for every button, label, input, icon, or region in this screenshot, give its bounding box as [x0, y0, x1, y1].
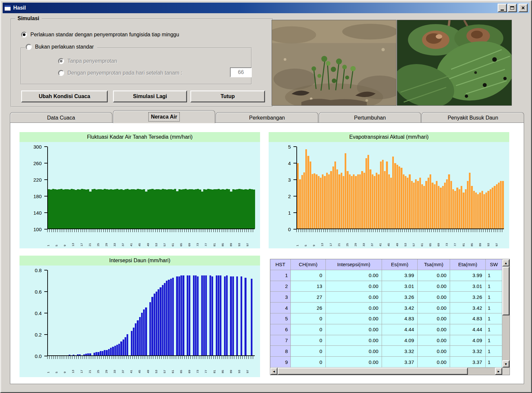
tab-pertumbuhan[interactable]: Pertumbuhan: [319, 112, 421, 123]
y-tick-mark: [293, 179, 296, 180]
minimize-button[interactable]: [498, 4, 507, 12]
table-cell: 3.42: [450, 303, 486, 313]
table-row[interactable]: 2130.003.010.003.011: [270, 281, 502, 292]
radio-nonstandard-circle[interactable]: [26, 44, 32, 50]
x-tick-label: 49: [147, 359, 149, 373]
v-scrollbar[interactable]: ▲ ▼: [502, 259, 510, 368]
y-tick-label: 2: [288, 194, 291, 199]
bar: [201, 275, 203, 355]
x-tick-label: [49, 359, 51, 373]
table-cell: 1: [486, 313, 502, 324]
table-row[interactable]: 3270.003.260.003.261: [270, 292, 502, 303]
x-tick-label: [133, 232, 134, 246]
x-tick-label: [52, 232, 54, 246]
radio-standard[interactable]: Perlakuan standar dengan penyemprotan fu…: [21, 32, 179, 38]
titlebar: Hasil ×: [3, 3, 529, 13]
table-row[interactable]: 700.004.090.004.091: [270, 335, 502, 346]
bar: [471, 186, 473, 229]
bar: [407, 178, 408, 229]
x-tick-label: [365, 232, 367, 246]
close-button[interactable]: ×: [518, 4, 528, 12]
plot-area: [296, 147, 504, 229]
x-tick-label: [207, 232, 209, 246]
ubah-kondisi-cuaca-button[interactable]: Ubah Kondisi Cuaca: [21, 90, 108, 102]
bar: [450, 181, 452, 229]
table-row[interactable]: 800.003.320.003.321: [270, 346, 502, 357]
x-tick-label: [168, 232, 170, 246]
x-tick-label: [242, 232, 244, 246]
table-cell: 3.99: [382, 270, 418, 281]
scroll-left-button[interactable]: ◄: [270, 368, 278, 375]
table-cell: 1: [486, 357, 502, 368]
scroll-down-button[interactable]: ▼: [502, 360, 510, 368]
y-tick-label: 0.8: [35, 268, 42, 273]
x-tick-label: [52, 359, 54, 373]
x-tick-label: [315, 232, 317, 246]
bar: [430, 174, 431, 229]
table-row[interactable]: 4260.003.420.003.421: [270, 303, 502, 313]
x-tick-label: 41: [379, 232, 381, 246]
bar: [357, 174, 359, 229]
bar: [382, 160, 384, 229]
table-row[interactable]: 100.003.990.003.991: [270, 270, 502, 281]
x-tick-label: [502, 232, 504, 246]
bar: [473, 191, 475, 229]
radio-standard-circle[interactable]: [21, 32, 27, 38]
bar: [303, 172, 305, 229]
x-tick-label: [323, 232, 325, 246]
table-cell: 0.00: [326, 313, 382, 324]
bar: [172, 278, 174, 355]
h-scroll-thumb[interactable]: [278, 368, 468, 375]
v-scroll-thumb[interactable]: [502, 267, 510, 315]
table-cell: 27: [291, 292, 326, 303]
radio-nonstandard[interactable]: Bukan perlakuan standar: [25, 44, 97, 50]
x-tick-label: [109, 232, 111, 246]
y-tick-mark: [44, 179, 47, 180]
x-tick-label: [469, 232, 471, 246]
table-cell: 4.09: [450, 335, 486, 346]
scroll-up-button[interactable]: ▲: [502, 259, 510, 267]
tab-neraca-air[interactable]: Neraca Air: [113, 110, 215, 123]
bar: [312, 174, 313, 229]
scroll-right-button[interactable]: ►: [495, 368, 502, 375]
table-row[interactable]: 600.004.440.004.441: [270, 324, 502, 335]
y-tick-mark: [44, 291, 47, 292]
bar: [374, 176, 375, 229]
h-scrollbar[interactable]: ◄ ►: [270, 368, 502, 375]
x-tick-label: [176, 232, 178, 246]
tab-data-cuaca[interactable]: Data Cuaca: [10, 112, 112, 123]
x-tick-label: 73: [197, 359, 199, 373]
table-cell: 0.00: [326, 335, 382, 346]
bar: [170, 279, 172, 355]
x-tick-label: [382, 232, 384, 246]
bar: [326, 173, 328, 229]
bar: [135, 323, 136, 355]
spray-day-input: [230, 67, 252, 77]
tab-perkembangan[interactable]: Perkembangan: [216, 112, 318, 123]
maximize-button[interactable]: [508, 4, 517, 12]
table-row[interactable]: 900.003.370.003.371: [270, 357, 502, 368]
bar: [332, 166, 334, 229]
bar: [209, 275, 211, 355]
x-tick-label: 45: [388, 232, 390, 246]
x-tick-label: 73: [197, 232, 199, 246]
bar: [343, 176, 344, 229]
simulasi-lagi-button[interactable]: Simulasi Lagi: [113, 90, 187, 102]
table-header-cell: Tsa(mm): [418, 259, 450, 270]
tab-penyakit-busuk-daun[interactable]: Penyakit Busuk Daun: [422, 112, 524, 123]
bar: [120, 341, 122, 355]
bar: [193, 275, 195, 355]
bar: [392, 157, 394, 229]
bar: [436, 181, 437, 229]
x-tick-label: [253, 359, 255, 373]
tutup-button[interactable]: Tutup: [190, 90, 265, 102]
bar: [347, 171, 348, 229]
x-tick-label: [49, 232, 51, 246]
x-tick-label: [207, 359, 209, 373]
bar: [492, 188, 493, 229]
table-row[interactable]: 500.004.830.004.831: [270, 313, 502, 324]
y-tick-mark: [293, 163, 296, 163]
x-axis-labels: 1591317212529333741454953576165697377818…: [296, 232, 504, 246]
diseased-leaf-photo-art: [397, 20, 512, 105]
bar: [328, 174, 330, 229]
